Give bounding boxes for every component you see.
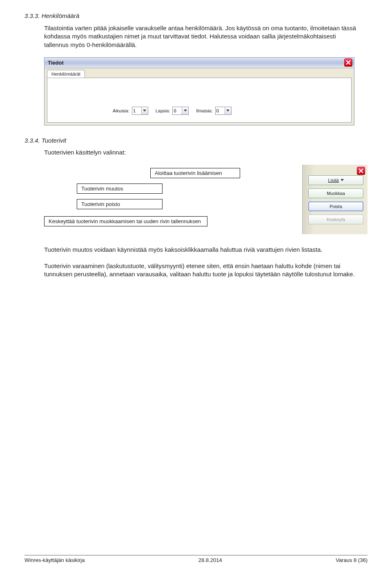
label-edit: Tuoterivin muutos bbox=[77, 184, 163, 194]
ilmaisia-stepper[interactable] bbox=[215, 107, 232, 115]
chevron-down-icon[interactable] bbox=[141, 107, 148, 114]
tiedot-titlebar: Tiedot bbox=[45, 58, 354, 68]
add-button-label: Lisää bbox=[328, 178, 339, 183]
edit-button[interactable]: Muokkaa bbox=[308, 188, 363, 198]
aikuisia-stepper[interactable] bbox=[132, 107, 148, 115]
close-icon[interactable] bbox=[344, 58, 352, 67]
section-334-intro: Tuoterivien käsittelyn valinnat: bbox=[44, 149, 368, 156]
tuoterivit-container: Aloittaa tuoterivin lisäämisen Tuoterivi… bbox=[44, 165, 368, 234]
add-button[interactable]: Lisää bbox=[308, 175, 363, 185]
aikuisia-input[interactable] bbox=[132, 107, 141, 114]
label-add: Aloittaa tuoterivin lisäämisen bbox=[150, 168, 240, 178]
footer-left: Winres-käyttäjän käsikirja bbox=[24, 557, 85, 563]
section-334-title: 3.3.4. Tuoterivit bbox=[24, 137, 368, 144]
button-panel: Lisää Muokkaa Poista Keskeytä bbox=[302, 165, 368, 234]
label-ilmaisia: Ilmaisia: bbox=[196, 108, 212, 113]
delete-button[interactable]: Poista bbox=[308, 201, 363, 211]
edit-button-label: Muokkaa bbox=[327, 191, 345, 196]
footer-right: Varaus 8 (36) bbox=[336, 557, 368, 563]
fields-row: Aikuisia: Lapsia: Ilmaisia: bbox=[113, 107, 232, 115]
chevron-down-icon[interactable] bbox=[182, 107, 188, 114]
section-334-para2: Tuoterivin varaaminen (laskutustuote, vä… bbox=[44, 262, 359, 279]
label-lapsia: Lapsia: bbox=[156, 108, 170, 113]
delete-button-label: Poista bbox=[330, 204, 342, 209]
label-delete: Tuoterivin poisto bbox=[77, 199, 163, 209]
field-aikuisia: Aikuisia: bbox=[113, 107, 148, 115]
chevron-down-icon[interactable] bbox=[225, 107, 231, 114]
tiedot-title: Tiedot bbox=[48, 60, 64, 66]
chevron-down-icon bbox=[341, 179, 344, 181]
tab-panel: Aikuisia: Lapsia: Ilmaisia: bbox=[47, 78, 352, 123]
footer-center: 28.8.2014 bbox=[198, 557, 222, 563]
tab-henkilomaarat[interactable]: Henkilömäärät bbox=[47, 70, 85, 78]
page-footer: Winres-käyttäjän käsikirja 28.8.2014 Var… bbox=[24, 555, 368, 563]
tab-strip: Henkilömäärät bbox=[45, 68, 354, 78]
label-cancel: Keskeyttää tuoterivin muokkaamisen tai u… bbox=[44, 216, 207, 226]
tiedot-window: Tiedot Henkilömäärät Aikuisia: Lapsia: bbox=[44, 57, 354, 125]
lapsia-input[interactable] bbox=[173, 107, 182, 114]
section-334-para1: Tuoterivin muutos voidaan käynnistää myö… bbox=[44, 246, 359, 254]
section-333-title: 3.3.3. Henkilömäärä bbox=[24, 12, 368, 19]
lapsia-stepper[interactable] bbox=[172, 107, 189, 115]
cancel-button: Keskeytä bbox=[308, 215, 363, 224]
close-icon[interactable] bbox=[357, 167, 365, 175]
ilmaisia-input[interactable] bbox=[216, 107, 225, 114]
label-aikuisia: Aikuisia: bbox=[113, 108, 129, 113]
field-lapsia: Lapsia: bbox=[156, 107, 189, 115]
cancel-button-label: Keskeytä bbox=[327, 217, 345, 222]
field-ilmaisia: Ilmaisia: bbox=[196, 107, 231, 115]
section-333-text: Tilastointia varten pitää jokaiselle var… bbox=[44, 24, 359, 49]
label-boxes: Aloittaa tuoterivin lisäämisen Tuoterivi… bbox=[44, 165, 302, 234]
